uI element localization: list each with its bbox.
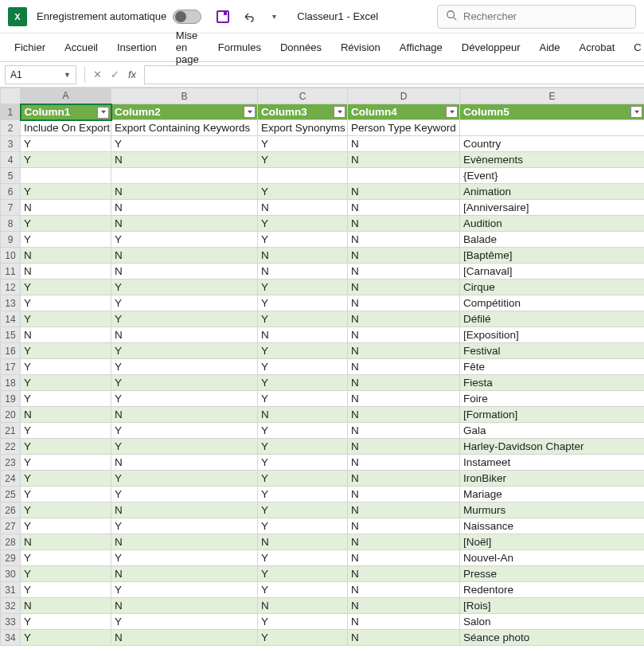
cell[interactable]: [258, 168, 348, 184]
cell[interactable]: Y: [258, 423, 348, 439]
row-header[interactable]: 21: [1, 423, 21, 439]
cell[interactable]: [21, 168, 111, 184]
cell[interactable]: Murmurs: [460, 502, 645, 518]
ribbon-tab-données[interactable]: Données: [271, 33, 331, 61]
cell[interactable]: Y: [258, 375, 348, 391]
cell[interactable]: Y: [258, 471, 348, 487]
cell[interactable]: IronBiker: [460, 471, 645, 487]
cell[interactable]: Y: [111, 487, 258, 502]
search-box[interactable]: Rechercher: [437, 5, 636, 29]
accept-formula-button[interactable]: ✓: [106, 68, 123, 80]
cell[interactable]: Naissance: [460, 518, 645, 534]
row-header[interactable]: 34: [1, 630, 21, 646]
cell[interactable]: Y: [21, 614, 111, 630]
cell[interactable]: Y: [258, 184, 348, 200]
cell[interactable]: N: [258, 200, 348, 216]
cell[interactable]: Y: [111, 375, 258, 391]
cell[interactable]: Y: [21, 502, 111, 518]
row-header[interactable]: 27: [1, 518, 21, 534]
row-header[interactable]: 32: [1, 598, 21, 614]
cell[interactable]: Y: [111, 311, 258, 327]
row-header[interactable]: 22: [1, 439, 21, 455]
cell[interactable]: Y: [21, 280, 111, 295]
cell[interactable]: Person Type Keyword: [348, 120, 460, 136]
cell[interactable]: [Carnaval]: [460, 264, 645, 280]
cell[interactable]: Y: [258, 630, 348, 646]
cell[interactable]: N: [21, 598, 111, 614]
cell[interactable]: N: [21, 200, 111, 216]
cell[interactable]: N: [348, 264, 460, 280]
ribbon-tab-aide[interactable]: Aide: [530, 33, 570, 61]
cell[interactable]: N: [348, 295, 460, 311]
row-header[interactable]: 4: [1, 152, 21, 168]
cell[interactable]: Y: [111, 471, 258, 487]
cell[interactable]: N: [348, 487, 460, 502]
cell[interactable]: N: [348, 391, 460, 407]
cell[interactable]: N: [348, 248, 460, 264]
cell[interactable]: N: [348, 200, 460, 216]
cell[interactable]: Instameet: [460, 455, 645, 471]
cell[interactable]: Export Containing Keywords: [111, 120, 258, 136]
cell[interactable]: N: [258, 327, 348, 343]
row-header[interactable]: 31: [1, 582, 21, 598]
cell[interactable]: N: [348, 343, 460, 359]
cell[interactable]: N: [111, 327, 258, 343]
filter-dropdown-icon[interactable]: [446, 106, 458, 118]
cell[interactable]: Y: [258, 455, 348, 471]
cell[interactable]: Y: [258, 487, 348, 502]
formula-input[interactable]: [144, 65, 644, 84]
cell[interactable]: Salon: [460, 614, 645, 630]
row-header[interactable]: 20: [1, 407, 21, 423]
cancel-formula-button[interactable]: ✕: [88, 68, 106, 80]
row-header[interactable]: 25: [1, 487, 21, 502]
cell[interactable]: Y: [258, 359, 348, 375]
cell[interactable]: N: [111, 407, 258, 423]
row-header[interactable]: 7: [1, 200, 21, 216]
cell[interactable]: Y: [21, 550, 111, 566]
cell[interactable]: N: [348, 359, 460, 375]
cell[interactable]: Mariage: [460, 487, 645, 502]
ribbon-tab-fichier[interactable]: Fichier: [5, 33, 55, 61]
cell[interactable]: Y: [111, 391, 258, 407]
table-header-cell[interactable]: Column1: [21, 104, 111, 120]
cell[interactable]: Y: [258, 502, 348, 518]
cell[interactable]: Festival: [460, 343, 645, 359]
ribbon-tab-mise-en-page[interactable]: Mise en page: [166, 33, 209, 61]
cell[interactable]: N: [348, 407, 460, 423]
cell[interactable]: Y: [111, 295, 258, 311]
cell[interactable]: Y: [21, 630, 111, 646]
table-header-cell[interactable]: Column3: [258, 104, 348, 120]
cell[interactable]: Y: [258, 216, 348, 232]
row-header[interactable]: 1: [1, 104, 21, 120]
cell[interactable]: Y: [258, 343, 348, 359]
cell[interactable]: Y: [21, 566, 111, 582]
cell[interactable]: Y: [21, 343, 111, 359]
cell[interactable]: N: [348, 582, 460, 598]
column-header-B[interactable]: B: [111, 88, 258, 104]
cell[interactable]: N: [111, 630, 258, 646]
cell[interactable]: [Baptême]: [460, 248, 645, 264]
cell[interactable]: N: [348, 327, 460, 343]
ribbon-tab-développeur[interactable]: Développeur: [452, 33, 530, 61]
cell[interactable]: Include On Export: [21, 120, 111, 136]
ribbon-tab-affichage[interactable]: Affichage: [390, 33, 452, 61]
cell[interactable]: N: [111, 200, 258, 216]
cell[interactable]: N: [348, 439, 460, 455]
cell[interactable]: Défilé: [460, 311, 645, 327]
cell[interactable]: Y: [21, 423, 111, 439]
cell[interactable]: N: [348, 518, 460, 534]
undo-button[interactable]: [238, 6, 259, 27]
cell[interactable]: N: [21, 248, 111, 264]
cell[interactable]: Y: [258, 136, 348, 152]
cell[interactable]: N: [21, 327, 111, 343]
cell[interactable]: Y: [111, 423, 258, 439]
cell[interactable]: Y: [111, 439, 258, 455]
row-header[interactable]: 23: [1, 455, 21, 471]
cell[interactable]: N: [348, 566, 460, 582]
cell[interactable]: Y: [21, 439, 111, 455]
cell[interactable]: Y: [258, 391, 348, 407]
column-header-C[interactable]: C: [258, 88, 348, 104]
cell[interactable]: Fête: [460, 359, 645, 375]
cell[interactable]: Y: [258, 518, 348, 534]
cell[interactable]: Y: [21, 136, 111, 152]
